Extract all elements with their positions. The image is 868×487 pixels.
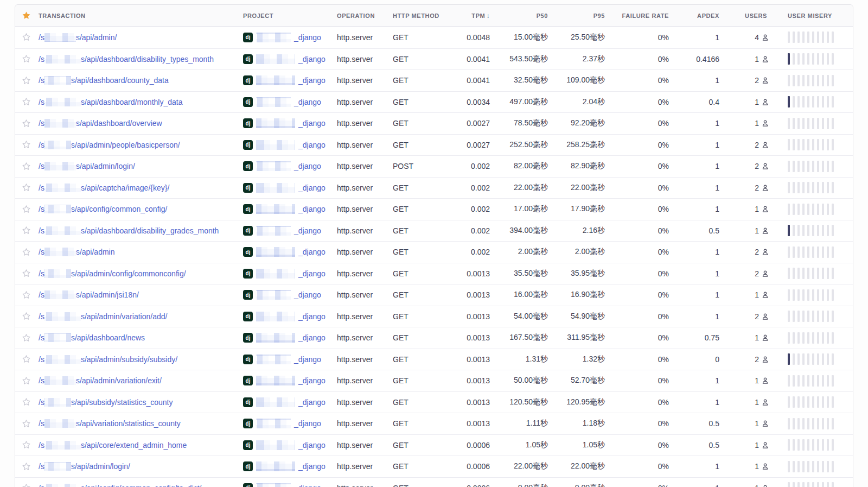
column-header-users[interactable]: USERS [722,12,770,19]
star-outline-icon[interactable] [22,33,31,42]
transaction-link[interactable]: /ss/api/config/common_config/ [39,205,167,213]
transaction-link[interactable]: /ss/api/dashboard/disability_grades_mont… [39,226,219,235]
star-outline-icon[interactable] [22,140,31,149]
redacted-text [44,484,81,487]
transaction-link[interactable]: /ss/api/dashboard/news [39,333,145,342]
operation-cell: http.server [335,312,391,321]
failure-rate-cell: 0% [608,226,672,235]
project-link[interactable]: _django [294,162,321,170]
transaction-link[interactable]: /ss/api/dashboard/disability_types_month [39,55,214,64]
project-link[interactable]: _django [298,269,326,278]
star-outline-icon[interactable] [22,483,31,487]
star-outline-icon[interactable] [22,248,31,257]
star-outline-icon[interactable] [22,119,31,128]
column-header-p50[interactable]: P50 [493,12,551,19]
transaction-link[interactable]: /ss/api/dashboard/county_data [39,76,169,85]
star-outline-icon[interactable] [22,312,31,321]
project-link[interactable]: _django [294,355,321,364]
transaction-link[interactable]: /ss/api/admin/config/commonconfig/ [39,269,186,278]
django-platform-icon: dj [243,161,253,171]
project-link[interactable]: _django [294,98,321,106]
table-row: /ss/api/dashboard/overview dj _django ht… [15,112,853,134]
transaction-link[interactable]: /ss/api/admin/people/basicperson/ [39,141,180,149]
operation-cell: http.server [335,248,391,256]
project-link[interactable]: _django [298,141,326,149]
project-link[interactable]: _django [294,33,321,42]
column-header-user-misery[interactable]: USER MISERY [770,12,853,19]
transaction-link[interactable]: /ss/api/admin [39,248,114,256]
transaction-link[interactable]: /ss/api/core/extend_admin_home [39,441,187,450]
star-outline-icon[interactable] [22,355,31,364]
users-count: 1 [755,205,759,213]
column-header-http-method[interactable]: HTTP METHOD [391,12,449,19]
transaction-link[interactable]: /ss/api/admin/jsi18n/ [39,290,139,299]
transaction-link[interactable]: /ss/api/captcha/image/{key}/ [39,184,169,192]
transaction-link[interactable]: /ss/api/admin/ [39,33,117,42]
column-header-p95[interactable]: P95 [551,12,608,19]
star-outline-icon[interactable] [22,97,31,106]
transaction-link[interactable]: /ss/api/variation/statistics_county [39,419,181,428]
apdex-cell: 0.75 [672,333,722,342]
user-icon [762,377,769,384]
transaction-link[interactable]: /ss/api/config/common_config/to_dict/ [39,484,201,487]
column-header-favorites[interactable] [15,11,37,20]
failure-rate-cell: 0% [608,398,672,407]
star-outline-icon[interactable] [22,376,31,385]
project-link[interactable]: _django [298,119,326,128]
transaction-link[interactable]: /ss/api/subsidy/statistics_county [39,398,173,407]
column-header-failure-rate[interactable]: FAILURE RATE [608,12,672,19]
http-method-cell: GET [391,76,449,85]
apdex-cell: 1 [672,312,722,321]
transaction-link[interactable]: /ss/api/dashboard/monthly_data [39,98,182,106]
project-link[interactable]: _django [294,290,321,299]
project-link[interactable]: _django [298,398,326,407]
transaction-link[interactable]: /ss/api/dashboard/overview [39,119,162,128]
redacted-text [256,140,295,150]
transaction-link[interactable]: /ss/api/admin/variation/add/ [39,312,167,321]
star-outline-icon[interactable] [22,440,31,450]
transaction-link[interactable]: /ss/api/admin/subsidy/subsidy/ [39,355,177,364]
project-link[interactable]: _django [298,76,326,85]
star-outline-icon[interactable] [22,333,31,343]
transaction-path: /api/admin/ [80,33,117,42]
column-header-project[interactable]: PROJECT [241,12,335,19]
project-link[interactable]: _django [298,55,326,64]
star-outline-icon[interactable] [22,269,31,278]
star-outline-icon[interactable] [22,76,31,85]
column-header-apdex[interactable]: APDEX [672,12,722,19]
failure-rate-cell: 0% [608,248,672,256]
star-outline-icon[interactable] [22,54,31,64]
project-link[interactable]: _django [298,441,326,450]
transaction-link[interactable]: /ss/api/admin/login/ [39,162,135,170]
star-outline-icon[interactable] [22,462,31,471]
http-method-cell: GET [391,205,449,213]
project-link[interactable]: _django [298,205,326,213]
redacted-text [44,76,71,85]
star-outline-icon[interactable] [22,419,31,428]
transaction-link[interactable]: /ss/api/admin/login/ [39,462,130,471]
star-filled-icon [22,11,31,20]
project-link[interactable]: _django [298,312,326,321]
users-count: 2 [755,76,759,85]
p95-cell: 2.00毫秒 [551,247,608,257]
user-icon [762,34,769,41]
project-link[interactable]: _django [294,226,321,235]
project-link[interactable]: _django [298,376,326,385]
star-outline-icon[interactable] [22,290,31,300]
project-link[interactable]: _django [294,484,321,487]
star-outline-icon[interactable] [22,162,31,171]
transaction-link[interactable]: /ss/api/admin/variation/exit/ [39,376,162,385]
column-header-tpm[interactable]: TPM↓ [449,12,493,20]
project-link[interactable]: _django [298,184,326,192]
column-header-transaction[interactable]: TRANSACTION [37,12,241,19]
column-header-operation[interactable]: OPERATION [335,12,391,19]
star-outline-icon[interactable] [22,226,31,235]
project-link[interactable]: _django [298,462,326,471]
star-outline-icon[interactable] [22,183,31,192]
star-outline-icon[interactable] [22,205,31,214]
star-outline-icon[interactable] [22,397,31,407]
project-link[interactable]: _django [298,248,326,256]
project-link[interactable]: _django [298,333,326,342]
project-link[interactable]: _django [294,419,321,428]
redacted-text [256,397,295,407]
